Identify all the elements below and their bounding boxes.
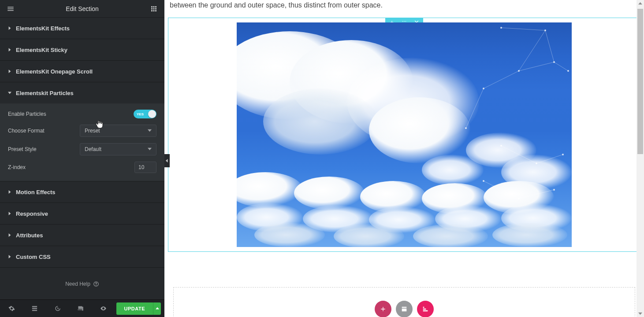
accordion-elementskit-particles[interactable]: Elementskit Particles [0,82,164,103]
svg-line-12 [519,62,554,71]
caret-right-icon [8,233,11,237]
svg-point-25 [483,88,484,89]
scroll-thumb[interactable] [637,9,643,154]
zindex-label: Z-index [8,164,134,170]
svg-point-3 [404,21,405,22]
accordion-elementskit-sticky[interactable]: ElementsKit Sticky [0,39,164,60]
apps-icon[interactable] [149,4,159,14]
svg-line-14 [466,88,484,128]
toggle-on-text: YES [137,112,144,116]
accordion-custom-css[interactable]: Custom CSS [0,246,164,267]
add-elementskit-button[interactable] [417,301,434,317]
accordion-elementskit-onepage[interactable]: ElementsKit Onepage Scroll [0,61,164,82]
svg-point-1 [96,285,96,285]
vertical-scrollbar[interactable] [637,0,644,317]
particle-overlay [237,22,572,247]
svg-point-27 [500,145,502,147]
preset-style-label: Preset Style [8,146,80,152]
accordion-label: ElementsKit Sticky [16,47,67,53]
preview-icon[interactable] [92,300,115,317]
accordion-label: ElementsKit Effects [16,25,70,32]
select-value: Preset [85,128,100,134]
caret-right-icon [8,190,11,194]
svg-line-10 [519,30,545,71]
svg-line-11 [554,62,568,71]
svg-line-17 [484,181,519,199]
accordion-label: ElementsKit Onepage Scroll [16,68,93,75]
svg-point-32 [553,189,555,191]
svg-line-15 [501,146,536,163]
svg-point-20 [500,27,502,29]
accordion-responsive[interactable]: Responsive [0,203,164,224]
svg-point-28 [536,162,537,164]
sidebar-header: Edit Section [0,0,164,18]
selected-section[interactable] [168,18,640,252]
svg-point-29 [562,154,564,155]
svg-line-13 [484,71,519,88]
sidebar-collapse-handle[interactable] [164,154,170,167]
accordion-elementskit-effects[interactable]: ElementsKit Effects [0,18,164,39]
add-section-actions [375,301,434,317]
canvas-area[interactable]: between the ground and outer space, thus… [164,0,644,317]
caret-right-icon [8,255,11,258]
svg-point-24 [567,70,569,72]
accordion-motion-effects[interactable]: Motion Effects [0,181,164,203]
toggle-knob [148,110,156,118]
caret-down-icon [8,91,11,95]
navigator-icon[interactable] [23,300,46,317]
svg-line-8 [501,28,545,30]
enable-particles-toggle[interactable]: YES [134,110,156,118]
scroll-down-button[interactable] [637,310,644,317]
chevron-down-icon [148,128,152,134]
svg-line-18 [519,190,554,199]
add-template-button[interactable] [396,301,413,317]
accordion-label: Attributes [16,232,43,239]
caret-right-icon [8,26,11,30]
update-button[interactable]: UPDATE [116,302,153,315]
sidebar-panel-body: ElementsKit Effects ElementsKit Sticky E… [0,18,164,299]
sidebar-title: Edit Section [16,5,149,12]
history-icon[interactable] [46,300,69,317]
add-new-section-button[interactable] [375,301,391,317]
svg-point-22 [553,61,555,63]
accordion-attributes[interactable]: Attributes [0,225,164,246]
sidebar-footer: UPDATE [0,299,164,317]
svg-point-31 [518,198,520,199]
chevron-down-icon [148,146,152,152]
accordion-label: Custom CSS [16,254,51,260]
editor-sidebar: Edit Section ElementsKit Effects Element… [0,0,164,317]
settings-icon[interactable] [0,300,23,317]
menu-icon[interactable] [5,4,16,14]
preset-style-select[interactable]: Default [80,143,156,155]
new-section-placeholder[interactable] [173,287,635,317]
svg-point-4 [406,21,406,22]
help-text: Need Help [65,281,90,287]
choose-format-select[interactable]: Preset [80,125,156,137]
help-icon [93,281,99,287]
svg-line-16 [536,155,563,163]
particles-content: Enable Particles YES Choose Format Prese… [0,103,164,181]
svg-point-23 [518,70,520,72]
caret-right-icon [8,48,11,52]
update-button-caret[interactable] [153,302,161,315]
zindex-input[interactable] [134,162,156,173]
need-help-link[interactable]: Need Help [0,268,164,299]
enable-particles-label: Enable Particles [8,111,134,117]
select-value: Default [85,146,101,152]
caret-right-icon [8,70,11,73]
accordion-label: Motion Effects [16,189,56,195]
choose-format-label: Choose Format [8,128,80,134]
scroll-up-button[interactable] [637,0,644,7]
responsive-icon[interactable] [69,300,92,317]
svg-point-26 [465,127,467,129]
canvas-intro-text: between the ground and outer space, thus… [164,0,644,15]
caret-right-icon [8,212,11,215]
accordion-label: Elementskit Particles [16,90,74,96]
svg-point-2 [402,21,403,22]
accordion-label: Responsive [16,210,48,217]
svg-line-19 [325,49,351,66]
svg-point-30 [483,180,484,182]
svg-point-21 [544,29,546,31]
svg-line-9 [545,30,554,62]
sky-image [237,22,572,247]
